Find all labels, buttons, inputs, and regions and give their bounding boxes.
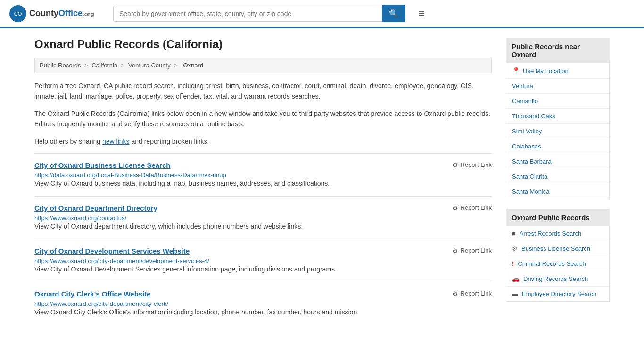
record-item-2: City of Oxnard Development Services Webs… xyxy=(34,239,492,282)
description-1: Perform a free Oxnard, CA public record … xyxy=(34,81,492,102)
site-header: CO CountyOffice.org 🔍 ≡ xyxy=(0,0,644,28)
report-label-3: Report Link xyxy=(461,290,492,297)
report-icon-2: ⚙ xyxy=(452,247,458,255)
arrest-icon: ■ xyxy=(512,230,516,237)
record-desc-0: View City of Oxnard business data, inclu… xyxy=(34,179,492,189)
logo-text: CountyOffice.org xyxy=(29,8,94,18)
description-2: The Oxnard Public Records (California) l… xyxy=(34,108,492,130)
record-url-2[interactable]: https://www.oxnard.org/city-department/d… xyxy=(34,257,209,264)
business-license-link[interactable]: Business License Search xyxy=(521,245,590,252)
search-area: 🔍 xyxy=(113,5,405,22)
nearby-camarillo[interactable]: Camarillo xyxy=(506,94,609,109)
criminal-records-link[interactable]: Criminal Records Search xyxy=(518,260,586,267)
nearby-santa-monica[interactable]: Santa Monica xyxy=(506,184,609,199)
records-list: City of Oxnard Business License Search ⚙… xyxy=(34,153,492,325)
record-desc-2: View City of Oxnard Development Services… xyxy=(34,264,492,274)
record-header-3: Oxnard City Clerk's Office Website ⚙ Rep… xyxy=(34,290,492,298)
record-title-2[interactable]: City of Oxnard Development Services Webs… xyxy=(34,247,190,255)
report-link-3[interactable]: ⚙ Report Link xyxy=(452,290,492,297)
driving-icon: 🚗 xyxy=(512,275,520,282)
search-button[interactable]: 🔍 xyxy=(382,5,405,22)
employee-icon: ▬ xyxy=(512,290,518,297)
main-container: Oxnard Public Records (California) Publi… xyxy=(20,28,624,334)
breadcrumb: Public Records > California > Ventura Co… xyxy=(34,58,492,73)
use-my-location[interactable]: 📍 Use My Location xyxy=(506,63,609,79)
report-label-1: Report Link xyxy=(461,204,492,211)
arrest-records-item[interactable]: ■ Arrest Records Search xyxy=(506,226,609,241)
oxnard-records-list: ■ Arrest Records Search ⚙ Business Licen… xyxy=(506,226,610,302)
report-icon-0: ⚙ xyxy=(452,161,458,169)
breadcrumb-sep2: > xyxy=(121,62,126,69)
report-icon-1: ⚙ xyxy=(452,204,458,212)
record-header-0: City of Oxnard Business License Search ⚙… xyxy=(34,161,492,169)
business-icon: ⚙ xyxy=(512,245,518,252)
report-link-0[interactable]: ⚙ Report Link xyxy=(452,161,492,169)
record-item-1: City of Oxnard Department Directory ⚙ Re… xyxy=(34,196,492,239)
search-input[interactable] xyxy=(113,6,382,22)
breadcrumb-public-records[interactable]: Public Records xyxy=(40,62,81,69)
criminal-records-item[interactable]: ! Criminal Records Search xyxy=(506,256,609,272)
arrest-records-link[interactable]: Arrest Records Search xyxy=(520,230,582,237)
breadcrumb-current: Oxnard xyxy=(183,62,204,69)
record-item-0: City of Oxnard Business License Search ⚙… xyxy=(34,153,492,196)
nearby-santa-clarita[interactable]: Santa Clarita xyxy=(506,169,609,184)
record-title-1[interactable]: City of Oxnard Department Directory xyxy=(34,204,157,212)
nearby-calabasas[interactable]: Calabasas xyxy=(506,139,609,154)
nearby-header: Public Records near Oxnard xyxy=(506,38,610,63)
oxnard-records-header: Oxnard Public Records xyxy=(506,209,610,226)
new-links-link[interactable]: new links xyxy=(102,138,130,145)
employee-directory-link[interactable]: Employee Directory Search xyxy=(522,290,596,297)
page-title: Oxnard Public Records (California) xyxy=(34,38,492,51)
use-location-link[interactable]: Use My Location xyxy=(523,67,569,74)
report-icon-3: ⚙ xyxy=(452,290,458,297)
logo-icon: CO xyxy=(9,5,26,22)
report-link-1[interactable]: ⚙ Report Link xyxy=(452,204,492,212)
record-desc-3: View Oxnard City Clerk's Office's inform… xyxy=(34,307,492,317)
breadcrumb-ventura-county[interactable]: Ventura County xyxy=(128,62,171,69)
report-label-0: Report Link xyxy=(461,161,492,168)
breadcrumb-sep3: > xyxy=(174,62,179,69)
record-desc-1: View City of Oxnard department directory… xyxy=(34,222,492,231)
report-label-2: Report Link xyxy=(461,247,492,254)
nearby-section: Public Records near Oxnard 📍 Use My Loca… xyxy=(506,38,610,199)
record-item-3: Oxnard City Clerk's Office Website ⚙ Rep… xyxy=(34,282,492,325)
business-license-item[interactable]: ⚙ Business License Search xyxy=(506,241,609,256)
record-header-1: City of Oxnard Department Directory ⚙ Re… xyxy=(34,204,492,212)
record-url-1[interactable]: https://www.oxnard.org/contactus/ xyxy=(34,214,126,222)
report-link-2[interactable]: ⚙ Report Link xyxy=(452,247,492,255)
oxnard-records-section: Oxnard Public Records ■ Arrest Records S… xyxy=(506,209,610,302)
menu-button[interactable]: ≡ xyxy=(415,6,429,22)
search-icon: 🔍 xyxy=(389,9,398,17)
svg-text:CO: CO xyxy=(14,11,22,16)
record-url-0[interactable]: https://data.oxnard.org/Local-Business-D… xyxy=(34,172,226,179)
nearby-simi-valley[interactable]: Simi Valley xyxy=(506,124,609,139)
employee-directory-item[interactable]: ▬ Employee Directory Search xyxy=(506,287,609,301)
logo-area: CO CountyOffice.org xyxy=(9,5,104,22)
sidebar: Public Records near Oxnard 📍 Use My Loca… xyxy=(506,38,610,325)
nearby-santa-barbara[interactable]: Santa Barbara xyxy=(506,154,609,169)
hamburger-icon: ≡ xyxy=(419,8,425,19)
nearby-list: 📍 Use My Location Ventura Camarillo Thou… xyxy=(506,63,610,199)
nearby-ventura[interactable]: Ventura xyxy=(506,79,609,94)
content-area: Oxnard Public Records (California) Publi… xyxy=(34,38,492,325)
breadcrumb-sep1: > xyxy=(84,62,90,69)
record-title-0[interactable]: City of Oxnard Business License Search xyxy=(34,161,170,169)
nearby-thousand-oaks[interactable]: Thousand Oaks xyxy=(506,109,609,124)
location-icon: 📍 xyxy=(512,67,520,74)
breadcrumb-california[interactable]: California xyxy=(91,62,117,69)
driving-records-item[interactable]: 🚗 Driving Records Search xyxy=(506,272,609,287)
record-header-2: City of Oxnard Development Services Webs… xyxy=(34,247,492,255)
record-title-3[interactable]: Oxnard City Clerk's Office Website xyxy=(34,290,151,298)
description-3: Help others by sharing new links and rep… xyxy=(34,136,492,147)
record-url-3[interactable]: https://www.oxnard.org/city-department/c… xyxy=(34,300,168,307)
criminal-icon: ! xyxy=(512,260,514,267)
driving-records-link[interactable]: Driving Records Search xyxy=(523,275,588,282)
